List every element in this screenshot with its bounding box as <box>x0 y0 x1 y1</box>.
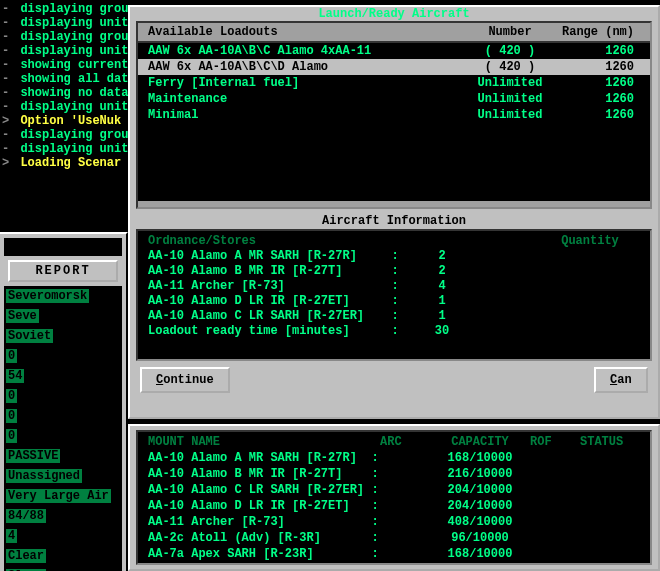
mount-row: AA-10 Alamo B MR IR [R-27T]:216/10000 <box>148 466 640 482</box>
sidebar-blank <box>4 238 122 256</box>
sidebar-item[interactable]: Clear <box>6 549 46 563</box>
loadout-row[interactable]: AAW 6x AA-10A\B\C\D Alamo( 420 )1260 <box>138 59 650 75</box>
sidebar-list: SeveromorskSeveSoviet054000PASSIVEUnassi… <box>4 286 122 571</box>
hdr-quantity: Quantity <box>540 233 640 249</box>
launch-ready-dialog: Launch/Ready Aircraft Available Loadouts… <box>128 5 660 419</box>
sidebar-item[interactable]: Very Large Air <box>6 489 111 503</box>
mount-row: AA-10 Alamo C LR SARH [R-27ER]:204/10000 <box>148 482 640 498</box>
sidebar-item[interactable]: Severomorsk <box>6 289 89 303</box>
sidebar-item[interactable]: 84/88 <box>6 509 46 523</box>
hdr-number: Number <box>470 25 550 39</box>
hdr-mountname: MOUNT NAME <box>148 434 370 450</box>
info-row: AA-10 Alamo B MR IR [R-27T]:2 <box>148 264 640 279</box>
sidebar-item[interactable]: 0 <box>6 409 17 423</box>
mount-row: AA-10 Alamo A MR SARH [R-27R]:168/10000 <box>148 450 640 466</box>
info-row: AA-10 Alamo D LR IR [R-27ET]:1 <box>148 294 640 309</box>
sidebar-item[interactable]: PASSIVE <box>6 449 60 463</box>
aircraft-info-panel: Ordnance/Stores Quantity AA-10 Alamo A M… <box>136 229 652 361</box>
hdr-ordnance: Ordnance/Stores <box>148 233 540 249</box>
mount-header: MOUNT NAME ARC CAPACITY ROF STATUS <box>148 434 640 450</box>
mount-row: AA-2c Atoll (Adv) [R-3R]:96/10000 <box>148 530 640 546</box>
mount-row: AA-7a Apex SARH [R-23R]:168/10000 <box>148 546 640 562</box>
info-row: AA-10 Alamo C LR SARH [R-27ER]:1 <box>148 309 640 324</box>
sidebar-item[interactable]: 54 <box>6 369 24 383</box>
hdr-rof: ROF <box>530 434 580 450</box>
aircraft-info-title: Aircraft Information <box>130 213 658 229</box>
loadouts-panel: Available Loadouts Number Range (nm) AAW… <box>136 21 652 209</box>
sidebar-item[interactable]: 4 <box>6 529 17 543</box>
hdr-arc: ARC <box>380 434 430 450</box>
dialog-button-row: Continue Can <box>130 361 658 393</box>
sidebar-item[interactable]: Seve <box>6 309 39 323</box>
info-header: Ordnance/Stores Quantity <box>148 233 640 249</box>
continue-label-rest: ontinue <box>163 373 213 387</box>
mount-panel: MOUNT NAME ARC CAPACITY ROF STATUS AA-10… <box>128 424 660 571</box>
sidebar-item[interactable]: 0 <box>6 389 17 403</box>
loadout-row[interactable]: Ferry [Internal fuel]Unlimited1260 <box>138 75 650 91</box>
sidebar-item[interactable]: 0 <box>6 429 17 443</box>
mount-inner: MOUNT NAME ARC CAPACITY ROF STATUS AA-10… <box>136 430 652 565</box>
hdr-loadouts: Available Loadouts <box>148 25 470 39</box>
hdr-range: Range (nm) <box>550 25 640 39</box>
info-row: AA-11 Archer [R-73]:4 <box>148 279 640 294</box>
loadouts-header: Available Loadouts Number Range (nm) <box>138 23 650 41</box>
mount-row: AA-11 Archer [R-73]:408/10000 <box>148 514 640 530</box>
report-button[interactable]: REPORT <box>8 260 118 282</box>
sidebar-item[interactable]: Soviet <box>6 329 53 343</box>
mount-row: AA-10 Alamo D LR IR [R-27ET]:204/10000 <box>148 498 640 514</box>
dialog-title: Launch/Ready Aircraft <box>130 7 658 21</box>
hdr-status: STATUS <box>580 434 640 450</box>
sidebar-item[interactable]: Unassigned <box>6 469 82 483</box>
loadout-row[interactable]: AAW 6x AA-10A\B\C Alamo 4xAA-11( 420 )12… <box>138 43 650 59</box>
continue-button[interactable]: Continue <box>140 367 230 393</box>
sidebar: REPORT SeveromorskSeveSoviet054000PASSIV… <box>0 232 128 571</box>
hdr-capacity: CAPACITY <box>430 434 530 450</box>
cancel-label-rest: an <box>617 373 631 387</box>
info-row: AA-10 Alamo A MR SARH [R-27R]:2 <box>148 249 640 264</box>
cancel-button[interactable]: Can <box>594 367 648 393</box>
loadouts-body[interactable]: AAW 6x AA-10A\B\C Alamo 4xAA-11( 420 )12… <box>138 41 650 201</box>
loadout-row[interactable]: MinimalUnlimited1260 <box>138 107 650 123</box>
loadout-row[interactable]: MaintenanceUnlimited1260 <box>138 91 650 107</box>
sidebar-item[interactable]: 0 <box>6 349 17 363</box>
info-row: Loadout ready time [minutes]:30 <box>148 324 640 339</box>
